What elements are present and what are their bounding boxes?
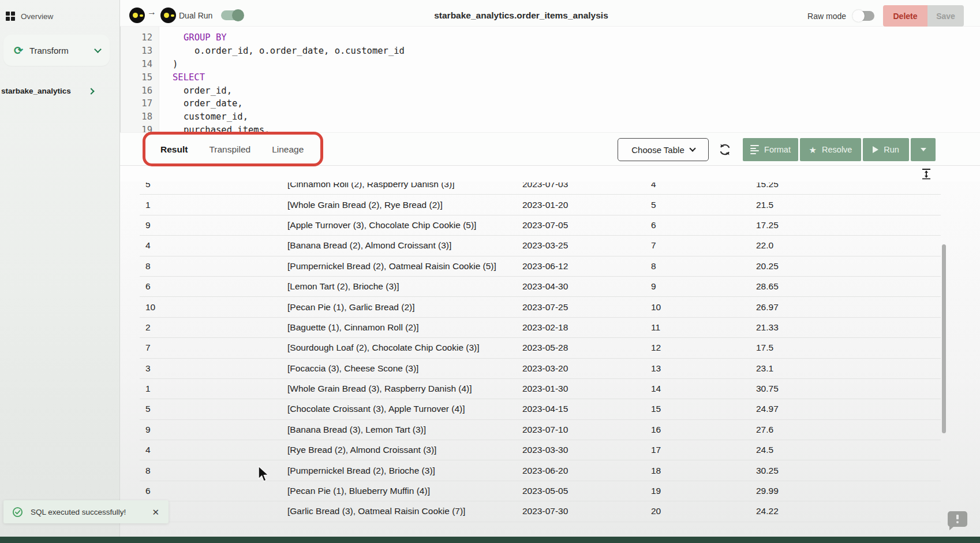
code-line: 14) [120, 58, 980, 71]
table-cell: [Apple Turnover (3), Chocolate Chip Cook… [286, 220, 519, 230]
duckdb-logo-icon [160, 8, 176, 23]
run-label: Run [884, 145, 899, 154]
code-text: SELECT [159, 72, 205, 83]
tab-result[interactable]: Result [160, 144, 188, 155]
table-row: 8[Pumpernickel Bread (2), Brioche (3)]20… [140, 460, 941, 481]
table-row: 5[Chocolate Croissant (3), Apple Turnove… [140, 399, 941, 419]
dual-run-label: Dual Run [179, 11, 212, 20]
header: → Dual Run starbake_analytics.order_item… [120, 0, 980, 27]
code-text: GROUP BY [159, 32, 227, 43]
feedback-bubble-button[interactable] [948, 511, 967, 527]
sql-editor[interactable]: 12GROUP BY13o.order_id, o.order_date, o.… [120, 27, 980, 132]
sidebar-item-schema[interactable]: starbake_analytics [1, 87, 93, 95]
table-cell: 2023-07-03 [519, 183, 648, 189]
expand-vertical-icon [920, 168, 933, 180]
table-cell: 6 [140, 486, 286, 496]
table-cell: 5 [648, 200, 750, 210]
table-row: 1[Whole Grain Bread (3), Raspberry Danis… [140, 379, 941, 399]
table-cell: 28.65 [750, 281, 941, 292]
tab-transpiled[interactable]: Transpiled [209, 144, 250, 155]
table-cell: 16 [648, 425, 750, 435]
table-row: 6[Lemon Tart (2), Brioche (3)]2023-04-30… [140, 277, 941, 297]
table-cell: 7 [140, 343, 286, 353]
delete-button[interactable]: Delete [883, 5, 927, 27]
table-cell: [Chocolate Croissant (3), Apple Turnover… [286, 404, 519, 414]
tab-lineage[interactable]: Lineage [272, 144, 304, 155]
table-cell: 10 [140, 302, 286, 313]
play-icon [873, 146, 878, 153]
table-cell: [Pecan Pie (1), Garlic Bread (2)] [286, 302, 519, 313]
table-cell: 2023-03-20 [519, 363, 648, 374]
table-cell: 9 [648, 281, 750, 292]
expand-vertical-button[interactable] [920, 168, 933, 180]
sidebar-item-overview[interactable]: Overview [6, 12, 53, 21]
code-line: 17order_date, [120, 97, 980, 110]
dual-run-toggle[interactable] [221, 10, 243, 20]
check-circle-icon [12, 507, 23, 518]
code-text: customer_id, [159, 111, 248, 122]
table-cell: 2023-06-12 [519, 261, 648, 272]
result-table: 5[Cinnamon Roll (2), Raspberry Danish (3… [140, 183, 941, 526]
choose-table-button[interactable]: Choose Table [618, 138, 709, 161]
run-button[interactable]: Run [863, 138, 909, 161]
format-button[interactable]: Format [743, 138, 798, 161]
table-cell: 15.25 [750, 183, 941, 189]
chevron-right-icon [88, 88, 94, 94]
code-text: order_date, [159, 98, 243, 109]
align-lines-icon [750, 145, 759, 154]
table-cell: 5 [140, 404, 286, 414]
table-row: 6[Pecan Pie (1), Blueberry Muffin (4)]20… [140, 481, 941, 501]
table-row: 8[Pumpernickel Bread (2), Oatmeal Raisin… [140, 256, 941, 277]
table-cell: [Sourdough Loaf (2), Chocolate Chip Cook… [286, 343, 519, 353]
table-cell: 27.6 [750, 425, 941, 435]
choose-table-label: Choose Table [631, 145, 684, 155]
table-cell: 9 [140, 425, 286, 435]
table-cell: 2023-04-15 [519, 404, 648, 414]
table-cell: 6 [140, 281, 286, 292]
table-cell: [Garlic Bread (3), Oatmeal Raisin Cookie… [286, 506, 519, 516]
table-cell: 22.0 [750, 240, 941, 251]
table-cell: 2023-07-25 [519, 302, 648, 313]
table-cell: 13 [648, 363, 750, 374]
table-cell: 21.5 [750, 200, 941, 210]
sidebar: Overview ⟳ Transform starbake_analytics [0, 0, 120, 537]
table-cell: [Banana Bread (2), Almond Croissant (3)] [286, 240, 519, 251]
code-line: 15SELECT [120, 71, 980, 84]
save-button[interactable]: Save [927, 5, 964, 27]
table-cell: 2023-07-30 [519, 506, 648, 516]
table-cell: 2023-03-25 [519, 240, 648, 251]
table-row: 9[Apple Turnover (3), Chocolate Chip Coo… [140, 215, 941, 236]
table-cell: [Whole Grain Bread (3), Raspberry Danish… [286, 384, 519, 394]
table-cell: 24.97 [750, 404, 941, 414]
line-number: 16 [120, 84, 159, 98]
table-cell: [Pecan Pie (1), Blueberry Muffin (4)] [286, 486, 519, 496]
table-row: 5[Cinnamon Roll (2), Raspberry Danish (3… [140, 183, 941, 195]
table-cell: 6 [648, 220, 750, 230]
close-icon[interactable]: ✕ [149, 508, 169, 516]
table-cell: 9 [140, 220, 286, 230]
run-options-button[interactable] [911, 138, 936, 161]
chevron-down-icon [94, 46, 102, 53]
code-line: 18customer_id, [120, 110, 980, 124]
action-button-group: Format ★ Resolve Run [743, 138, 936, 161]
sidebar-item-transform[interactable]: ⟳ Transform [3, 35, 110, 66]
raw-mode-toggle[interactable] [854, 11, 874, 21]
table-cell: [Whole Grain Bread (2), Rye Bread (2)] [286, 200, 519, 210]
line-number: 17 [120, 97, 159, 110]
code-text: ) [159, 59, 178, 69]
table-cell: 15 [648, 404, 750, 414]
code-line: 13o.order_id, o.order_date, o.customer_i… [120, 44, 980, 58]
code-text: purchased_items, [159, 125, 270, 132]
refresh-arrows-icon [718, 143, 732, 157]
refresh-button[interactable] [718, 143, 732, 157]
vertical-scrollbar[interactable] [942, 244, 946, 433]
code-line: 12GROUP BY [120, 31, 980, 44]
table-cell: 2023-01-30 [519, 384, 648, 394]
table-row: 9[Banana Bread (3), Lemon Tart (3)]2023-… [140, 420, 941, 440]
table-cell: 24.5 [750, 445, 941, 455]
table-cell: 2023-06-20 [519, 466, 648, 476]
table-cell: 1 [140, 384, 286, 394]
table-cell: 2023-05-28 [519, 343, 648, 353]
table-cell: 2023-02-18 [519, 322, 648, 333]
resolve-button[interactable]: ★ Resolve [800, 138, 861, 161]
